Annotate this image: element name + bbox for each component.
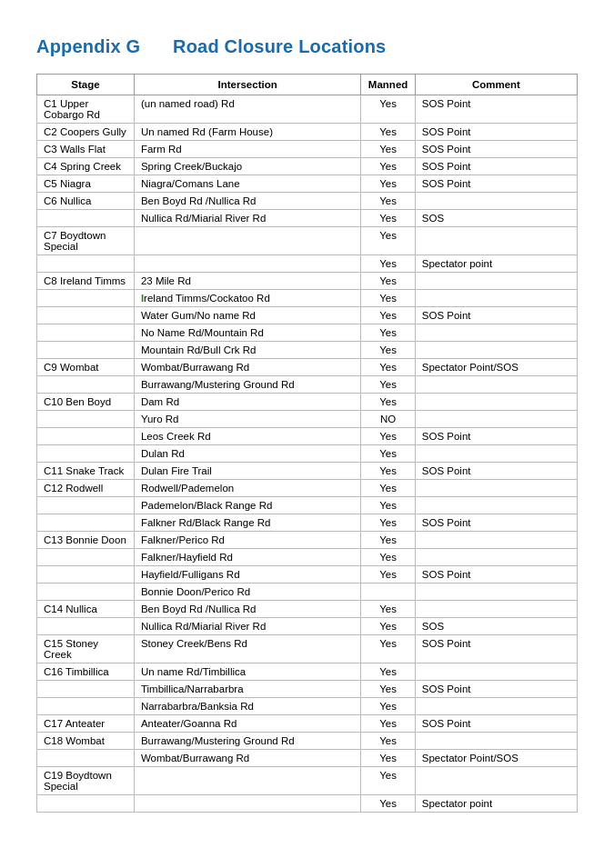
table-row: Falkner/Hayfield RdYes <box>37 549 578 566</box>
table-row: C18 WombatBurrawang/Mustering Ground RdY… <box>37 733 578 750</box>
table-row: Pademelon/Black Range RdYes <box>37 497 578 514</box>
cell-manned: Yes <box>361 549 415 566</box>
cell-intersection: Yuro Rd <box>134 411 360 428</box>
cell-comment: SOS Point <box>415 95 577 124</box>
cell-comment: SOS Point <box>415 681 577 698</box>
cell-manned <box>361 584 415 601</box>
cell-stage: C11 Snake Track <box>37 463 135 480</box>
cell-comment: Spectator Point/SOS <box>415 359 577 376</box>
road-closure-table: Stage Intersection Manned Comment C1 Upp… <box>36 74 578 813</box>
table-row: YesSpectator point <box>37 795 578 813</box>
table-row: C4 Spring CreekSpring Creek/BuckajoYesSO… <box>37 158 578 175</box>
header-comment: Comment <box>415 75 577 95</box>
cell-intersection: Falkner/Perico Rd <box>134 532 360 549</box>
cell-stage: C6 Nullica <box>37 193 135 210</box>
cell-intersection: Anteater/Goanna Rd <box>134 715 360 733</box>
cell-intersection: No Name Rd/Mountain Rd <box>134 324 360 342</box>
cell-intersection: Ben Boyd Rd /Nullica Rd <box>134 193 360 210</box>
cell-comment <box>415 445 577 463</box>
cell-comment: SOS Point <box>415 463 577 480</box>
table-row: Narrabarbra/Banksia RdYes <box>37 698 578 715</box>
cell-intersection: Bonnie Doon/Perico Rd <box>134 584 360 601</box>
cell-comment <box>415 411 577 428</box>
cell-intersection: Hayfield/Fulligans Rd <box>134 566 360 584</box>
cell-manned: Yes <box>361 124 415 141</box>
cell-stage <box>37 584 135 601</box>
table-row: C8 Ireland Timms23 Mile RdYes <box>37 273 578 290</box>
cell-stage <box>37 750 135 767</box>
table-row: Water Gum/No name RdYesSOS Point <box>37 307 578 324</box>
cell-comment: SOS Point <box>415 635 577 663</box>
cell-manned: Yes <box>361 290 415 307</box>
cell-comment <box>415 193 577 210</box>
cell-comment: SOS Point <box>415 566 577 584</box>
cell-stage: C14 Nullica <box>37 601 135 618</box>
cell-stage <box>37 698 135 715</box>
cell-stage <box>37 290 135 307</box>
cell-stage <box>37 795 135 813</box>
cell-intersection: Un named Rd (Farm House) <box>134 124 360 141</box>
cell-stage: C15 Stoney Creek <box>37 635 135 663</box>
cell-manned: Yes <box>361 394 415 411</box>
cell-comment <box>415 549 577 566</box>
cell-manned: Yes <box>361 193 415 210</box>
cell-comment <box>415 342 577 359</box>
cell-stage: C4 Spring Creek <box>37 158 135 175</box>
header-intersection: Intersection <box>134 75 360 95</box>
table-row: C6 NullicaBen Boyd Rd /Nullica RdYes <box>37 193 578 210</box>
table-row: Yuro RdNO <box>37 411 578 428</box>
cell-intersection: 23 Mile Rd <box>134 273 360 290</box>
cell-stage <box>37 681 135 698</box>
cell-manned: Yes <box>361 480 415 497</box>
cell-manned: Yes <box>361 532 415 549</box>
table-row: C7 Boydtown SpecialYes <box>37 227 578 255</box>
cell-stage: C9 Wombat <box>37 359 135 376</box>
cell-manned: Yes <box>361 795 415 813</box>
cell-stage: C19 Boydtown Special <box>37 767 135 795</box>
cell-intersection: Spring Creek/Buckajo <box>134 158 360 175</box>
cell-comment <box>415 767 577 795</box>
cell-manned: Yes <box>361 445 415 463</box>
table-row: No Name Rd/Mountain RdYes <box>37 324 578 342</box>
cell-intersection: Burrawang/Mustering Ground Rd <box>134 733 360 750</box>
table-row: Ireland Timms/Cockatoo RdYes <box>37 290 578 307</box>
cell-manned: Yes <box>361 601 415 618</box>
cell-comment <box>415 273 577 290</box>
cell-comment: SOS <box>415 210 577 227</box>
cell-stage: C1 Upper Cobargo Rd <box>37 95 135 124</box>
cell-comment <box>415 584 577 601</box>
header-manned: Manned <box>361 75 415 95</box>
table-row: C11 Snake TrackDulan Fire TrailYesSOS Po… <box>37 463 578 480</box>
cell-manned: Yes <box>361 141 415 158</box>
header-stage: Stage <box>37 75 135 95</box>
cell-comment: SOS <box>415 618 577 635</box>
cell-comment <box>415 663 577 681</box>
table-row: C10 Ben BoydDam RdYes <box>37 394 578 411</box>
cell-stage <box>37 618 135 635</box>
cell-intersection <box>134 767 360 795</box>
cell-manned: Yes <box>361 733 415 750</box>
cell-manned: Yes <box>361 273 415 290</box>
cell-intersection: Dulan Rd <box>134 445 360 463</box>
cell-intersection <box>134 795 360 813</box>
cell-intersection: Mountain Rd/Bull Crk Rd <box>134 342 360 359</box>
table-row: C1 Upper Cobargo Rd(un named road) RdYes… <box>37 95 578 124</box>
cell-stage <box>37 445 135 463</box>
cell-manned: Yes <box>361 767 415 795</box>
table-row: Hayfield/Fulligans RdYesSOS Point <box>37 566 578 584</box>
cell-comment: SOS Point <box>415 428 577 445</box>
cell-manned: Yes <box>361 158 415 175</box>
cell-intersection: Rodwell/Pademelon <box>134 480 360 497</box>
cell-comment <box>415 376 577 394</box>
cell-comment <box>415 497 577 514</box>
cell-intersection: Dam Rd <box>134 394 360 411</box>
cell-comment <box>415 324 577 342</box>
table-row: Nullica Rd/Miarial River RdYesSOS <box>37 618 578 635</box>
cell-manned: Yes <box>361 95 415 124</box>
cell-intersection: Wombat/Burrawang Rd <box>134 359 360 376</box>
table-row: C17 AnteaterAnteater/Goanna RdYesSOS Poi… <box>37 715 578 733</box>
cell-manned: NO <box>361 411 415 428</box>
cell-intersection: Burrawang/Mustering Ground Rd <box>134 376 360 394</box>
table-row: Timbillica/NarrabarbraYesSOS Point <box>37 681 578 698</box>
cell-stage <box>37 514 135 532</box>
